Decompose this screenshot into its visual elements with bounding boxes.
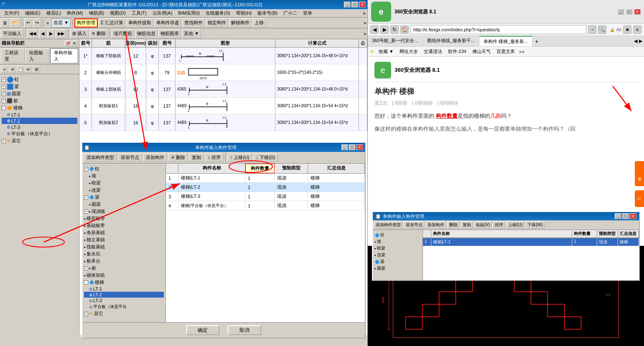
scale-btn[interactable]: 缩尺配筋 (112, 29, 134, 38)
tree-item-pile[interactable]: + ⬛ 桩 (2, 97, 77, 104)
sm-paste[interactable]: 粘贴(V) (474, 221, 492, 229)
tree-item-platform[interactable]: ⊕ 平台板（休息平台） (2, 130, 77, 137)
tab-prev[interactable]: ◀ (634, 38, 637, 44)
modal-tree-pilecap[interactable]: ▪ 桩承台 (84, 258, 164, 265)
modal-tree-cbeam3[interactable]: ▪ 圆梁 (84, 201, 164, 208)
sidebar-close[interactable]: ✕ (71, 40, 77, 46)
maximize-btn[interactable]: □ (351, 2, 358, 8)
sm-min[interactable]: _ (615, 213, 621, 219)
menu-version[interactable]: 版本号(B) (255, 9, 280, 17)
close-btn[interactable]: ✕ (359, 2, 366, 8)
menu-bim[interactable]: BIM应用(I) (176, 9, 202, 17)
menu-floor[interactable]: 楼层(L) (44, 9, 64, 17)
delete-row-btn[interactable]: ✕ 删除 (89, 29, 108, 38)
minimize-btn[interactable]: _ (344, 2, 351, 8)
rebar-lib-btn[interactable]: 钢筋图库 (158, 29, 181, 38)
sm-copy[interactable]: 复制 (461, 221, 473, 229)
modal-tree-beam2[interactable]: + 🔷 梁 (84, 194, 164, 201)
expand-other[interactable]: + (2, 139, 6, 143)
menu-rebar[interactable]: 钢筋(B) (87, 9, 107, 17)
bookmarks-more[interactable]: >> (519, 49, 524, 54)
tree-copy-btn[interactable]: 📋 (17, 66, 24, 73)
menu-expand[interactable]: » (363, 10, 366, 16)
up-btn[interactable]: 上移 (252, 18, 266, 28)
br-min[interactable]: _ (617, 9, 624, 15)
browser-tab-3[interactable]: 单构件 楼梯_服务新... (479, 36, 532, 46)
redo-btn[interactable]: ↪ (33, 18, 41, 28)
sm-tree-cbeam4[interactable]: ▪ 连梁 (374, 252, 421, 258)
expand-cbeam[interactable]: + (2, 92, 6, 96)
rebar-info-btn[interactable]: 钢筋信息 (135, 29, 158, 38)
modal-tree-masonry[interactable]: ▪ 砌体加筋 (84, 272, 164, 279)
orange-float-btn2[interactable]: Q (635, 190, 644, 207)
sm-sort[interactable]: 排序 (493, 221, 505, 229)
tab-next[interactable]: ▶ (639, 38, 642, 44)
br-close[interactable]: ✕ (634, 9, 641, 15)
translate-btn[interactable]: Att (616, 28, 621, 32)
undo-btn[interactable]: ↩ (24, 18, 32, 28)
menu-component[interactable]: 构件(M) (64, 9, 86, 17)
save-component-btn[interactable]: 单构件存盘 (154, 18, 181, 28)
modal-tree-foundband[interactable]: ▪ 基础板带 (84, 222, 164, 229)
new-btn[interactable]: 🗎 (1, 18, 10, 28)
menu-login[interactable]: 登录 (300, 9, 315, 17)
tree-item-lt2[interactable]: ⊕ LT-2 (2, 118, 77, 124)
modal-cancel-btn[interactable]: 取消 (228, 325, 261, 335)
sm-add-type[interactable]: 添加构件类型 (374, 221, 403, 229)
modal-exp-pile[interactable]: + (84, 266, 88, 270)
refresh-btn[interactable]: ↻ (390, 25, 399, 34)
bookmark-weather[interactable]: 佛山天气 (471, 48, 492, 56)
modal-add-type-btn[interactable]: 添加构件类型 (84, 153, 117, 162)
browser-tab-2[interactable]: 图纸外墙线_服务新千... (423, 36, 479, 46)
modal-exp-stair[interactable]: - (84, 280, 88, 285)
find-btn[interactable]: 查找构件 (182, 18, 205, 28)
menu-user[interactable]: 广小二 (281, 9, 300, 17)
menu-online[interactable]: 在线服务(S) (203, 9, 233, 17)
modal-sort-btn[interactable]: ↕ 排序 (205, 153, 224, 162)
expand-column[interactable]: + (2, 78, 6, 82)
menu-browser-btn[interactable]: ≡ (633, 25, 641, 34)
modal-tree-mlt3[interactable]: ⊕ LT-3 (84, 298, 164, 303)
modal-copy-btn[interactable]: 复制 (189, 153, 204, 162)
open-btn[interactable]: 📂 (10, 18, 20, 28)
bookmark-baidu[interactable]: 百度文库 (495, 48, 517, 56)
tree-config-btn[interactable]: ⚙ (33, 66, 40, 73)
unlock-btn[interactable]: 解锁构件 (229, 18, 252, 28)
sm-tree-roundbeam[interactable]: ▪ 圆梁 (374, 265, 421, 272)
menu-help[interactable]: 帮助(H) (234, 9, 254, 17)
modal-exp-beam[interactable]: + (84, 195, 88, 200)
nav-prev[interactable]: ◀◀ (27, 29, 38, 38)
modal-exp-slab[interactable]: + (84, 210, 88, 214)
menu-tools[interactable]: 工具(T) (129, 9, 149, 17)
nav-right[interactable]: ▶ (47, 29, 55, 38)
modal-tree-wall[interactable]: ▪ 墙 (84, 172, 164, 179)
insert-btn[interactable]: ⊞ 插入 (70, 29, 89, 38)
modal-confirm-btn[interactable]: 确定 (186, 325, 219, 335)
modal-close[interactable]: ✕ (356, 144, 363, 150)
lock-btn[interactable]: 锁定构件 (206, 18, 228, 28)
url-input[interactable] (410, 25, 586, 34)
menu-cloud[interactable]: 云应用(A) (150, 9, 175, 17)
fav-btn[interactable]: ★ (623, 25, 631, 34)
bookmark-software[interactable]: 软件-234 (446, 48, 468, 56)
sm-up[interactable]: 上移(U) (506, 221, 524, 229)
sm-add-node[interactable]: 添加节点 (404, 221, 425, 229)
go-btn[interactable]: → (588, 25, 596, 34)
modal-up-btn[interactable]: ↑ 上移(U) (227, 153, 252, 162)
browser-tab-1[interactable]: 360号航_新一代安全... (368, 36, 423, 46)
menu-file[interactable]: 文件(F) (2, 9, 22, 17)
tree-add-btn[interactable]: + (1, 66, 8, 73)
sidebar-pin[interactable]: 📌 (65, 40, 71, 46)
modal-delete-btn[interactable]: ✕ 删除 (168, 153, 188, 162)
sm-max[interactable]: □ (622, 213, 629, 219)
modal-exp-other[interactable]: + (84, 312, 88, 316)
expand-stair[interactable]: - (2, 106, 6, 110)
tree-rename-btn[interactable]: ✏ (25, 66, 32, 73)
modal-tree-other2[interactable]: +★ 其它 (84, 310, 164, 317)
nav-engineering[interactable]: 工程设置 (1, 48, 25, 63)
modal-exp-col[interactable]: + (84, 167, 88, 171)
sm-tree-wall2[interactable]: ▪ 墙 (374, 238, 421, 245)
modal-tree-floorband[interactable]: ▪ 楼层板带 (84, 215, 164, 222)
tree-item-lt3[interactable]: ⊕ LT-3 (2, 124, 77, 130)
toolbar1-expand[interactable]: » (364, 20, 367, 26)
